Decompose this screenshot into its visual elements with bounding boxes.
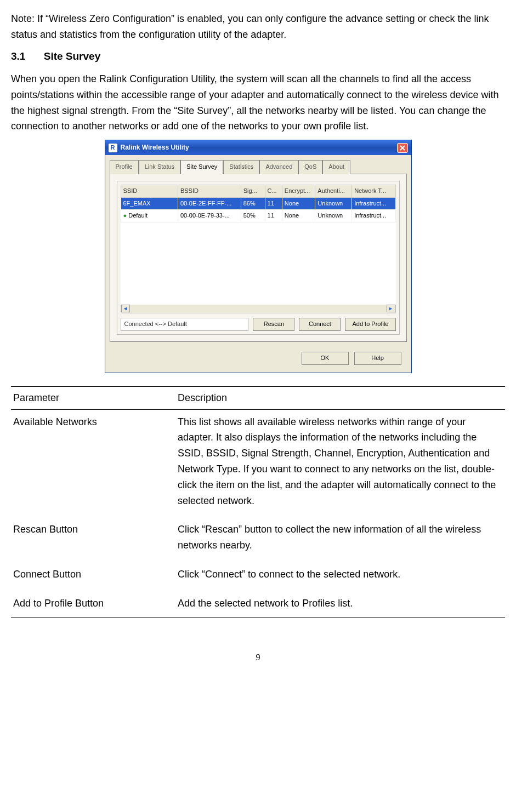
network-list-frame: SSID BSSID Sig... C... Encrypt... Authen…	[117, 181, 400, 335]
table-header-row: SSID BSSID Sig... C... Encrypt... Authen…	[121, 185, 395, 197]
param-header: Parameter	[11, 386, 175, 409]
network-table[interactable]: SSID BSSID Sig... C... Encrypt... Authen…	[121, 185, 396, 305]
param-name: Available Networks	[11, 409, 175, 517]
page-number: 9	[11, 650, 505, 665]
window-title: Ralink Wireless Utility	[121, 142, 394, 153]
param-row: Rescan Button Click “Rescan” button to c…	[11, 517, 505, 562]
param-name: Connect Button	[11, 562, 175, 591]
table-row-empty	[121, 222, 395, 304]
cell-net: Infrastruct...	[352, 210, 395, 222]
cell-auth: Unknown	[315, 210, 352, 222]
help-button[interactable]: Help	[354, 352, 401, 365]
param-desc: This list shows all available wireless n…	[175, 409, 505, 517]
param-desc: Click “Rescan” button to collect the new…	[175, 517, 505, 562]
app-icon: R	[109, 144, 117, 152]
param-desc: Add the selected network to Profiles lis…	[175, 591, 505, 617]
tab-advanced[interactable]: Advanced	[259, 160, 298, 174]
cell-signal: 50%	[241, 210, 265, 222]
desc-header: Description	[175, 386, 505, 409]
table-row[interactable]: 6F_EMAX 00-0E-2E-FF-FF-... 86% 11 None U…	[121, 197, 395, 210]
tab-link-status[interactable]: Link Status	[139, 160, 180, 174]
intro-paragraph: When you open the Ralink Configuration U…	[11, 71, 505, 134]
col-signal[interactable]: Sig...	[241, 185, 265, 197]
param-desc: Click “Connect” to connect to the select…	[175, 562, 505, 591]
section-title: Site Survey	[44, 50, 101, 62]
ok-button[interactable]: OK	[302, 352, 349, 365]
cell-signal: 86%	[241, 197, 265, 210]
cell-encrypt: None	[282, 197, 315, 210]
tab-about[interactable]: About	[322, 160, 350, 174]
cell-ssid-text: Default	[128, 212, 148, 219]
col-encrypt[interactable]: Encrypt...	[282, 185, 315, 197]
close-icon[interactable]	[397, 143, 408, 153]
param-row: Connect Button Click “Connect” to connec…	[11, 562, 505, 591]
connected-icon: ●	[123, 212, 127, 219]
cell-net: Infrastruct...	[352, 197, 395, 210]
col-bssid[interactable]: BSSID	[178, 185, 241, 197]
cell-ssid: 6F_EMAX	[121, 197, 178, 210]
cell-bssid: 00-0E-2E-FF-FF-...	[178, 197, 241, 210]
add-to-profile-button[interactable]: Add to Profile	[345, 318, 395, 331]
tab-profile[interactable]: Profile	[110, 160, 139, 174]
tabs-row: Profile Link Status Site Survey Statisti…	[105, 155, 411, 174]
dialog-footer: OK Help	[105, 346, 411, 373]
param-name: Rescan Button	[11, 517, 175, 562]
param-name: Add to Profile Button	[11, 591, 175, 617]
cell-bssid: 00-00-0E-79-33-...	[178, 210, 241, 222]
scroll-right-icon[interactable]: ►	[387, 305, 395, 312]
tab-qos[interactable]: QoS	[298, 160, 322, 174]
note-paragraph: Note: If “Wireless Zero Configuration” i…	[11, 11, 505, 43]
dialog-body: SSID BSSID Sig... C... Encrypt... Authen…	[110, 174, 407, 342]
table-row[interactable]: ● Default 00-00-0E-79-33-... 50% 11 None…	[121, 210, 395, 222]
horizontal-scrollbar[interactable]: ◄ ►	[121, 305, 396, 313]
cell-auth: Unknown	[315, 197, 352, 210]
tab-site-survey[interactable]: Site Survey	[180, 160, 223, 174]
utility-window: R Ralink Wireless Utility Profile Link S…	[105, 140, 412, 373]
cell-channel: 11	[265, 197, 282, 210]
titlebar: R Ralink Wireless Utility	[105, 140, 411, 155]
col-channel[interactable]: C...	[265, 185, 282, 197]
param-row: Available Networks This list shows all a…	[11, 409, 505, 517]
col-network-type[interactable]: Network T...	[352, 185, 395, 197]
section-number: 3.1	[11, 50, 25, 62]
col-ssid[interactable]: SSID	[121, 185, 178, 197]
cell-encrypt: None	[282, 210, 315, 222]
connect-button[interactable]: Connect	[299, 318, 341, 331]
parameter-table: Parameter Description Available Networks…	[11, 386, 505, 617]
rescan-button[interactable]: Rescan	[253, 318, 294, 331]
connection-status: Connected <--> Default	[121, 318, 249, 331]
scroll-left-icon[interactable]: ◄	[121, 305, 130, 312]
cell-channel: 11	[265, 210, 282, 222]
param-row: Add to Profile Button Add the selected n…	[11, 591, 505, 617]
col-auth[interactable]: Authenti...	[315, 185, 352, 197]
section-heading: 3.1 Site Survey	[11, 48, 505, 65]
tab-statistics[interactable]: Statistics	[223, 160, 259, 174]
cell-ssid: ● Default	[121, 210, 178, 222]
